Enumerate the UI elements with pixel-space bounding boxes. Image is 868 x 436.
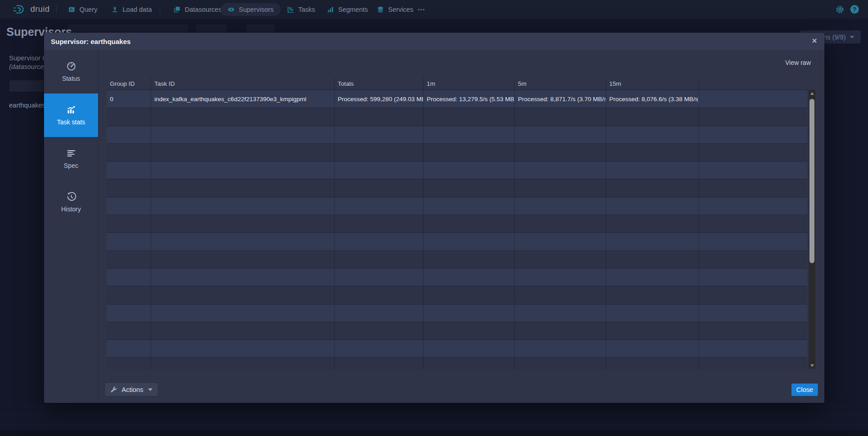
cell-blank: [515, 286, 606, 304]
task-stats-table: Group ID Task ID Totals 1m 5m 15m 0 inde…: [107, 77, 815, 369]
nav-item-services[interactable]: Services: [377, 6, 414, 13]
supervisor-dialog: Supervisor: earthquakes × Status: [44, 33, 824, 403]
tab-label: Spec: [64, 162, 79, 169]
column-header-task-id[interactable]: Task ID: [151, 77, 335, 90]
nav-item-label: Datasources: [185, 6, 222, 13]
close-icon[interactable]: ×: [808, 34, 821, 47]
dialog-content: View raw Group ID Task ID Totals 1m 5m 1…: [99, 50, 824, 403]
druid-logo[interactable]: druid: [13, 4, 50, 15]
cell-blank: [107, 358, 151, 369]
nav-item-supervisors[interactable]: Supervisors: [221, 3, 281, 16]
cell-blank: [606, 304, 699, 322]
scrollbar-down-arrow-icon[interactable]: [809, 362, 815, 369]
cell-blank: [606, 108, 699, 126]
column-header-1m[interactable]: 1m: [424, 77, 515, 90]
cell-blank: [606, 162, 699, 179]
scrollbar-up-arrow-icon[interactable]: [809, 90, 815, 97]
view-raw-link[interactable]: View raw: [785, 59, 811, 66]
cell-blank: [107, 340, 151, 358]
cell-blank: [335, 251, 424, 269]
bar-chart-icon: [327, 6, 334, 13]
cell-blank: [515, 108, 606, 126]
cell-blank: [424, 269, 515, 286]
bg-toolbar-button: [247, 24, 275, 33]
table-row-empty: [107, 322, 807, 340]
table-row-empty: [107, 304, 807, 322]
cell-blank: [515, 251, 606, 269]
table-row-empty: [107, 286, 807, 304]
nav-item-load-data[interactable]: Load data: [111, 6, 152, 13]
cell-blank: [699, 340, 807, 358]
cell-blank: [335, 108, 424, 126]
bg-row-line: [0, 406, 868, 406]
cell-blank: [151, 251, 335, 269]
cell-blank: [606, 197, 699, 215]
bg-toolbar-button: [68, 24, 188, 33]
tab-status[interactable]: Status: [44, 50, 98, 93]
dialog-side-tabs: Status Task stats: [44, 50, 99, 403]
cell-blank: [335, 179, 424, 197]
column-header-5m[interactable]: 5m: [515, 77, 606, 90]
help-icon[interactable]: ?: [850, 5, 859, 14]
tab-task-stats[interactable]: Task stats: [44, 93, 98, 137]
nav-item-query[interactable]: Query: [68, 6, 98, 13]
column-header-15m[interactable]: 15m: [606, 77, 699, 90]
cell-blank: [606, 126, 699, 144]
settings-gear-icon[interactable]: [835, 5, 844, 14]
tab-label: History: [61, 206, 81, 213]
nav-item-datasources[interactable]: Datasources: [173, 6, 222, 13]
nav-item-tasks[interactable]: Tasks: [287, 6, 315, 13]
layers-icon: [173, 6, 181, 13]
cell-blank: [107, 251, 151, 269]
cell-blank: [151, 179, 335, 197]
close-button[interactable]: Close: [791, 383, 818, 396]
table-row-empty: [107, 179, 807, 197]
cell-blank: [335, 126, 424, 144]
cell-blank: [699, 322, 807, 340]
actions-button[interactable]: Actions: [104, 382, 158, 397]
cell-blank: [515, 179, 606, 197]
gantt-icon: [287, 6, 294, 13]
actions-button-label: Actions: [122, 386, 143, 393]
database-icon: [377, 6, 384, 13]
cell-blank: [151, 144, 335, 162]
cell-blank: [335, 269, 424, 286]
cell-blank: [515, 269, 606, 286]
cell-blank: [424, 286, 515, 304]
cell-blank: [606, 269, 699, 286]
cell-blank: [335, 358, 424, 369]
cell-blank: [424, 340, 515, 358]
nav-item-label: Load data: [123, 6, 152, 13]
cell-blank: [107, 304, 151, 322]
scrollbar-thumb[interactable]: [809, 99, 814, 263]
table-row-empty: [107, 162, 807, 179]
cell-blank: [424, 304, 515, 322]
cell-blank: [107, 126, 151, 144]
nav-divider: [160, 5, 160, 14]
column-header-group-id[interactable]: Group ID: [107, 77, 151, 90]
cell-blank: [606, 215, 699, 233]
vertical-scrollbar[interactable]: [809, 90, 815, 369]
cell-blank: [699, 286, 807, 304]
nav-item-label: Segments: [338, 6, 368, 13]
cell-blank: [515, 304, 606, 322]
cell-blank: [515, 197, 606, 215]
tab-history[interactable]: History: [44, 181, 98, 224]
cell-blank: [699, 179, 807, 197]
nav-item-segments[interactable]: Segments: [327, 6, 368, 13]
cell-blank: [151, 233, 335, 250]
bg-row-line: [0, 425, 868, 425]
cell-blank: [151, 340, 335, 358]
nav-more-button[interactable]: •••: [418, 6, 425, 13]
cell-blank: [699, 162, 807, 179]
cell-blank: [107, 144, 151, 162]
cell-blank: [515, 340, 606, 358]
column-header-totals[interactable]: Totals: [335, 77, 424, 90]
cell-blank: [424, 144, 515, 162]
cell-5m: Processed: 8,871.7/s (3.70 MB/s): [515, 90, 606, 108]
cell-blank: [424, 233, 515, 250]
tab-spec[interactable]: Spec: [44, 137, 98, 181]
cell-blank: [424, 322, 515, 340]
cell-blank: [515, 215, 606, 233]
cell-blank: [699, 197, 807, 215]
